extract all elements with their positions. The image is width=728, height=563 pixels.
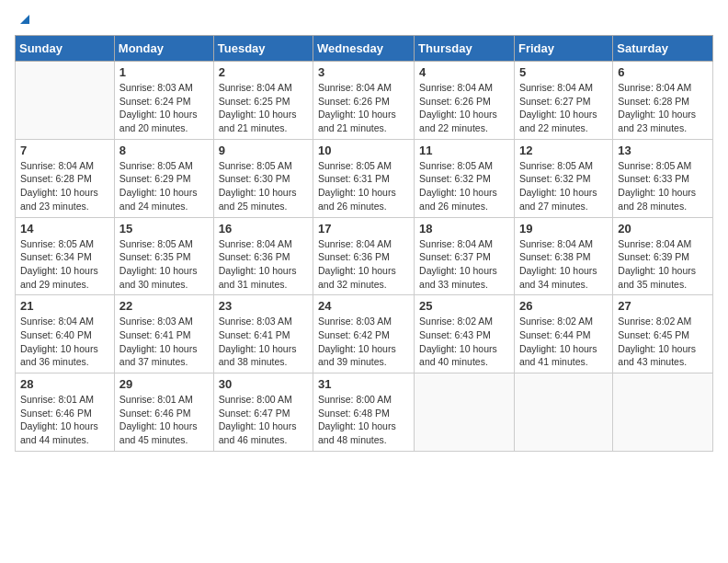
day-number: 25 (419, 299, 509, 313)
cell-content: Sunrise: 8:04 AM Sunset: 6:40 PM Dayligh… (20, 315, 109, 369)
cell-content: Sunrise: 8:04 AM Sunset: 6:26 PM Dayligh… (318, 81, 409, 135)
calendar-cell: 10Sunrise: 8:05 AM Sunset: 6:31 PM Dayli… (313, 139, 415, 217)
cell-content: Sunrise: 8:03 AM Sunset: 6:41 PM Dayligh… (119, 315, 209, 369)
calendar-cell: 18Sunrise: 8:04 AM Sunset: 6:37 PM Dayli… (415, 217, 515, 295)
cell-content: Sunrise: 8:05 AM Sunset: 6:29 PM Dayligh… (119, 159, 209, 213)
calendar-table: SundayMondayTuesdayWednesdayThursdayFrid… (15, 35, 713, 452)
calendar-cell: 25Sunrise: 8:02 AM Sunset: 6:43 PM Dayli… (415, 295, 515, 373)
calendar-cell: 19Sunrise: 8:04 AM Sunset: 6:38 PM Dayli… (514, 217, 612, 295)
calendar-cell (514, 373, 612, 452)
cell-content: Sunrise: 8:04 AM Sunset: 6:36 PM Dayligh… (219, 237, 308, 292)
day-number: 21 (20, 299, 109, 313)
calendar-header-row: SundayMondayTuesdayWednesdayThursdayFrid… (16, 36, 713, 62)
day-number: 28 (20, 377, 109, 391)
cell-content: Sunrise: 8:04 AM Sunset: 6:26 PM Dayligh… (419, 81, 509, 135)
day-number: 19 (519, 222, 608, 236)
day-number: 16 (219, 222, 308, 236)
day-number: 26 (519, 299, 608, 313)
calendar-week-row: 1Sunrise: 8:03 AM Sunset: 6:24 PM Daylig… (16, 62, 713, 140)
calendar-cell: 5Sunrise: 8:04 AM Sunset: 6:27 PM Daylig… (514, 62, 612, 140)
cell-content: Sunrise: 8:04 AM Sunset: 6:38 PM Dayligh… (519, 237, 608, 292)
calendar-cell: 23Sunrise: 8:03 AM Sunset: 6:41 PM Dayli… (213, 295, 313, 373)
cell-content: Sunrise: 8:04 AM Sunset: 6:37 PM Dayligh… (419, 237, 509, 292)
cell-content: Sunrise: 8:04 AM Sunset: 6:39 PM Dayligh… (618, 237, 708, 292)
day-number: 10 (318, 144, 409, 157)
day-number: 30 (219, 377, 308, 391)
calendar-cell: 9Sunrise: 8:05 AM Sunset: 6:30 PM Daylig… (213, 139, 313, 217)
calendar-cell: 13Sunrise: 8:05 AM Sunset: 6:33 PM Dayli… (613, 139, 713, 217)
day-number: 12 (519, 144, 608, 157)
day-number: 13 (618, 144, 708, 157)
day-of-week-header: Wednesday (313, 36, 415, 62)
calendar-cell: 6Sunrise: 8:04 AM Sunset: 6:28 PM Daylig… (613, 62, 713, 140)
calendar-cell: 12Sunrise: 8:05 AM Sunset: 6:32 PM Dayli… (514, 139, 612, 217)
cell-content: Sunrise: 8:05 AM Sunset: 6:34 PM Dayligh… (20, 237, 109, 292)
cell-content: Sunrise: 8:02 AM Sunset: 6:44 PM Dayligh… (519, 315, 608, 369)
day-number: 4 (419, 65, 509, 79)
logo-triangle-icon (17, 11, 33, 28)
day-of-week-header: Monday (114, 36, 213, 62)
day-number: 7 (20, 144, 109, 157)
svg-marker-0 (20, 15, 29, 24)
calendar-cell (613, 373, 713, 452)
day-number: 23 (219, 299, 308, 313)
day-number: 17 (318, 222, 409, 236)
calendar-cell: 28Sunrise: 8:01 AM Sunset: 6:46 PM Dayli… (16, 373, 115, 452)
cell-content: Sunrise: 8:00 AM Sunset: 6:47 PM Dayligh… (219, 393, 308, 447)
page-header (15, 15, 713, 28)
day-number: 24 (318, 299, 409, 313)
cell-content: Sunrise: 8:04 AM Sunset: 6:28 PM Dayligh… (20, 159, 109, 213)
day-of-week-header: Sunday (16, 36, 115, 62)
day-number: 22 (119, 299, 209, 313)
cell-content: Sunrise: 8:02 AM Sunset: 6:45 PM Dayligh… (618, 315, 708, 369)
calendar-cell (16, 62, 115, 140)
cell-content: Sunrise: 8:01 AM Sunset: 6:46 PM Dayligh… (119, 393, 209, 447)
calendar-week-row: 7Sunrise: 8:04 AM Sunset: 6:28 PM Daylig… (16, 139, 713, 217)
day-number: 3 (318, 65, 409, 79)
calendar-cell: 17Sunrise: 8:04 AM Sunset: 6:36 PM Dayli… (313, 217, 415, 295)
cell-content: Sunrise: 8:03 AM Sunset: 6:41 PM Dayligh… (219, 315, 308, 369)
calendar-cell: 29Sunrise: 8:01 AM Sunset: 6:46 PM Dayli… (114, 373, 213, 452)
day-number: 27 (618, 299, 708, 313)
day-of-week-header: Friday (514, 36, 612, 62)
day-number: 31 (318, 377, 409, 391)
cell-content: Sunrise: 8:04 AM Sunset: 6:27 PM Dayligh… (519, 81, 608, 135)
day-number: 18 (419, 222, 509, 236)
calendar-week-row: 28Sunrise: 8:01 AM Sunset: 6:46 PM Dayli… (16, 373, 713, 452)
calendar-cell: 8Sunrise: 8:05 AM Sunset: 6:29 PM Daylig… (114, 139, 213, 217)
cell-content: Sunrise: 8:00 AM Sunset: 6:48 PM Dayligh… (318, 393, 409, 447)
calendar-cell: 15Sunrise: 8:05 AM Sunset: 6:35 PM Dayli… (114, 217, 213, 295)
calendar-cell: 26Sunrise: 8:02 AM Sunset: 6:44 PM Dayli… (514, 295, 612, 373)
calendar-cell: 16Sunrise: 8:04 AM Sunset: 6:36 PM Dayli… (213, 217, 313, 295)
cell-content: Sunrise: 8:04 AM Sunset: 6:36 PM Dayligh… (318, 237, 409, 292)
day-of-week-header: Thursday (415, 36, 515, 62)
logo (15, 15, 33, 28)
calendar-cell: 2Sunrise: 8:04 AM Sunset: 6:25 PM Daylig… (213, 62, 313, 140)
cell-content: Sunrise: 8:04 AM Sunset: 6:25 PM Dayligh… (219, 81, 308, 135)
calendar-cell: 31Sunrise: 8:00 AM Sunset: 6:48 PM Dayli… (313, 373, 415, 452)
calendar-cell: 1Sunrise: 8:03 AM Sunset: 6:24 PM Daylig… (114, 62, 213, 140)
cell-content: Sunrise: 8:03 AM Sunset: 6:42 PM Dayligh… (318, 315, 409, 369)
cell-content: Sunrise: 8:02 AM Sunset: 6:43 PM Dayligh… (419, 315, 509, 369)
cell-content: Sunrise: 8:01 AM Sunset: 6:46 PM Dayligh… (20, 393, 109, 447)
day-number: 20 (618, 222, 708, 236)
day-number: 14 (20, 222, 109, 236)
day-number: 1 (119, 65, 209, 79)
calendar-cell: 7Sunrise: 8:04 AM Sunset: 6:28 PM Daylig… (16, 139, 115, 217)
calendar-cell: 11Sunrise: 8:05 AM Sunset: 6:32 PM Dayli… (415, 139, 515, 217)
calendar-week-row: 14Sunrise: 8:05 AM Sunset: 6:34 PM Dayli… (16, 217, 713, 295)
calendar-week-row: 21Sunrise: 8:04 AM Sunset: 6:40 PM Dayli… (16, 295, 713, 373)
calendar-cell: 22Sunrise: 8:03 AM Sunset: 6:41 PM Dayli… (114, 295, 213, 373)
cell-content: Sunrise: 8:04 AM Sunset: 6:28 PM Dayligh… (618, 81, 708, 135)
cell-content: Sunrise: 8:05 AM Sunset: 6:32 PM Dayligh… (419, 159, 509, 213)
calendar-cell: 3Sunrise: 8:04 AM Sunset: 6:26 PM Daylig… (313, 62, 415, 140)
calendar-cell: 24Sunrise: 8:03 AM Sunset: 6:42 PM Dayli… (313, 295, 415, 373)
day-number: 6 (618, 65, 708, 79)
calendar-cell: 14Sunrise: 8:05 AM Sunset: 6:34 PM Dayli… (16, 217, 115, 295)
cell-content: Sunrise: 8:05 AM Sunset: 6:32 PM Dayligh… (519, 159, 608, 213)
day-of-week-header: Saturday (613, 36, 713, 62)
day-number: 2 (219, 65, 308, 79)
calendar-cell: 20Sunrise: 8:04 AM Sunset: 6:39 PM Dayli… (613, 217, 713, 295)
cell-content: Sunrise: 8:05 AM Sunset: 6:33 PM Dayligh… (618, 159, 708, 213)
calendar-cell: 30Sunrise: 8:00 AM Sunset: 6:47 PM Dayli… (213, 373, 313, 452)
